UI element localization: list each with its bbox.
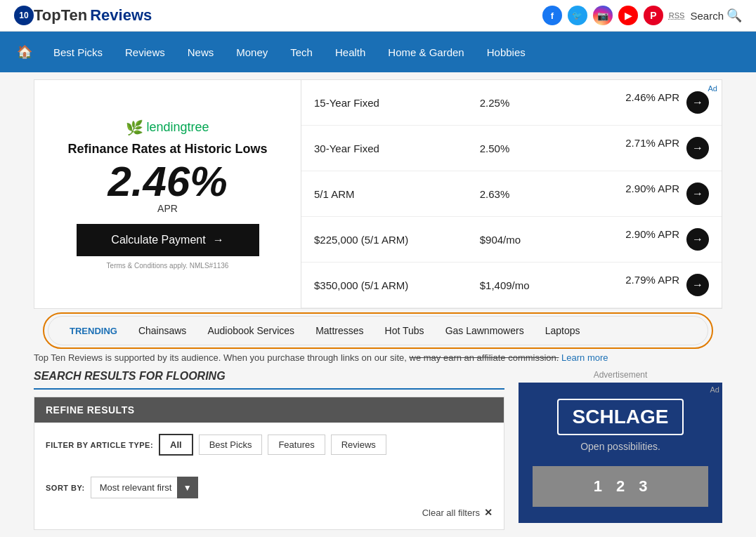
schlage-ad-badge: Ad: [710, 385, 719, 394]
ad-left-panel: 🌿 lendingtree Refinance Rates at Histori…: [34, 80, 301, 308]
ad-badge: Ad: [708, 84, 717, 93]
sort-group: SORT BY: Most relevant first Newest firs…: [46, 477, 198, 498]
sidebar-ad-label: Advertisement: [519, 370, 722, 380]
nav-best-picks[interactable]: Best Picks: [42, 34, 114, 71]
ad-rate: 2.46%: [107, 161, 227, 203]
instagram-icon[interactable]: 📷: [593, 6, 613, 25]
schlage-num-1: 1: [594, 477, 602, 496]
row-rate: 2.63%: [467, 171, 571, 217]
row-arrow[interactable]: →: [686, 183, 709, 205]
calculate-payment-button[interactable]: Calculate Payment →: [77, 224, 259, 256]
leaf-icon: 🌿: [126, 119, 143, 136]
sort-select[interactable]: Most relevant first Newest first Oldest …: [91, 477, 198, 498]
row-rate: $1,409/mo: [467, 263, 571, 308]
lendingtree-logo: 🌿 lendingtree: [126, 119, 209, 136]
row-rate: $904/mo: [467, 217, 571, 263]
trending-bar: TRENDING Chainsaws Audiobook Services Ma…: [48, 316, 708, 345]
schlage-num-3: 3: [639, 477, 647, 496]
sidebar: Advertisement Ad SCHLAGE Open possibilit…: [519, 370, 722, 530]
refine-header: REFINE RESULTS: [34, 397, 504, 423]
trending-laptops[interactable]: Laptops: [545, 325, 580, 336]
trending-mattresses[interactable]: Mattresses: [315, 325, 363, 336]
search-button[interactable]: Search 🔍: [690, 8, 742, 23]
schlage-ad: Ad SCHLAGE Open possibilities. 1 2 3: [519, 383, 722, 523]
table-row: $350,000 (5/1 ARM) $1,409/mo 2.79% APR →: [301, 263, 722, 308]
row-type: $350,000 (5/1 ARM): [301, 263, 467, 308]
filter-row: FILTER BY ARTICLE TYPE: All Best Picks F…: [46, 434, 493, 498]
row-arrow[interactable]: →: [686, 274, 709, 296]
ad-apr: APR: [157, 203, 178, 214]
ad-terms: Terms & Conditions apply. NMLS#1136: [107, 262, 229, 270]
table-row: 5/1 ARM 2.63% 2.90% APR →: [301, 171, 722, 217]
row-type: 5/1 ARM: [301, 171, 467, 217]
refine-body: FILTER BY ARTICLE TYPE: All Best Picks F…: [34, 423, 504, 529]
results-panel: SEARCH RESULTS FOR FLOORING REFINE RESUL…: [34, 370, 504, 530]
logo-area[interactable]: 10 TopTenReviews: [14, 6, 152, 25]
facebook-icon[interactable]: f: [542, 6, 562, 25]
row-rate: 2.50%: [467, 126, 571, 171]
trending-audiobook[interactable]: Audiobook Services: [207, 325, 294, 336]
row-apr: 2.71% APR →: [571, 126, 722, 171]
row-rate: 2.25%: [467, 80, 571, 126]
clear-x-icon: ✕: [484, 507, 493, 518]
ad-rates-table: 15-Year Fixed 2.25% 2.46% APR → 30-Year …: [301, 80, 722, 308]
trending-gaslawnmowers[interactable]: Gas Lawnmowers: [445, 325, 524, 336]
rss-label[interactable]: RSS: [669, 11, 685, 20]
table-row: 30-Year Fixed 2.50% 2.71% APR →: [301, 126, 722, 171]
row-type: 30-Year Fixed: [301, 126, 467, 171]
nav-hobbies[interactable]: Hobbies: [476, 34, 537, 71]
logo-icon: 10: [14, 6, 34, 25]
nav-money[interactable]: Money: [225, 34, 279, 71]
row-apr: 2.90% APR →: [571, 171, 722, 217]
trending-hottubs[interactable]: Hot Tubs: [385, 325, 424, 336]
main-content: SEARCH RESULTS FOR FLOORING REFINE RESUL…: [27, 370, 729, 530]
arrow-right-icon: →: [213, 234, 224, 246]
clear-all-filters[interactable]: Clear all filters ✕: [46, 507, 493, 518]
row-arrow[interactable]: →: [686, 228, 709, 251]
nav-home-garden[interactable]: Home & Garden: [377, 34, 475, 71]
schlage-numbers: 1 2 3: [533, 466, 708, 507]
ad-banner: Ad 🌿 lendingtree Refinance Rates at Hist…: [34, 79, 722, 309]
social-icons-group: f 🐦 📷 ▶ P RSS Search 🔍: [542, 6, 742, 25]
sort-wrapper: Most relevant first Newest first Oldest …: [91, 477, 198, 498]
results-header: SEARCH RESULTS FOR FLOORING: [34, 370, 504, 390]
table-row: $225,000 (5/1 ARM) $904/mo 2.90% APR →: [301, 217, 722, 263]
filter-label: FILTER BY ARTICLE TYPE:: [46, 441, 153, 449]
nav-bar: 🏠 Best Picks Reviews News Money Tech Hea…: [0, 32, 756, 72]
schlage-logo: SCHLAGE: [557, 399, 684, 435]
rates-table: 15-Year Fixed 2.25% 2.46% APR → 30-Year …: [301, 80, 722, 308]
disclosure-text: Top Ten Reviews is supported by its audi…: [27, 352, 729, 363]
nav-health[interactable]: Health: [324, 34, 377, 71]
trending-label: TRENDING: [70, 326, 117, 336]
filter-group: FILTER BY ARTICLE TYPE: All Best Picks F…: [46, 434, 386, 456]
filter-features-button[interactable]: Features: [268, 435, 325, 455]
nav-home-button[interactable]: 🏠: [7, 32, 42, 72]
row-type: $225,000 (5/1 ARM): [301, 217, 467, 263]
sort-label: SORT BY:: [46, 484, 85, 492]
schlage-tagline: Open possibilities.: [580, 441, 660, 452]
nav-tech[interactable]: Tech: [279, 34, 324, 71]
header: 10 TopTenReviews f 🐦 📷 ▶ P RSS Search 🔍: [0, 0, 756, 32]
trending-chainsaws[interactable]: Chainsaws: [138, 325, 186, 336]
row-apr: 2.90% APR →: [571, 217, 722, 263]
search-icon: 🔍: [726, 8, 742, 23]
ad-headline: Refinance Rates at Historic Lows: [67, 142, 267, 157]
filter-all-button[interactable]: All: [159, 434, 193, 456]
nav-news[interactable]: News: [176, 34, 226, 71]
filter-reviews-button[interactable]: Reviews: [331, 435, 386, 455]
row-arrow[interactable]: →: [686, 91, 709, 114]
filter-best-picks-button[interactable]: Best Picks: [199, 435, 263, 455]
twitter-icon[interactable]: 🐦: [568, 6, 587, 25]
table-row: 15-Year Fixed 2.25% 2.46% APR →: [301, 80, 722, 126]
row-apr: 2.79% APR →: [571, 263, 722, 308]
row-type: 15-Year Fixed: [301, 80, 467, 126]
logo-text: TopTenReviews: [34, 6, 152, 25]
search-label: Search: [690, 10, 724, 22]
refine-box: REFINE RESULTS FILTER BY ARTICLE TYPE: A…: [34, 397, 504, 530]
row-arrow[interactable]: →: [686, 137, 709, 159]
nav-reviews[interactable]: Reviews: [114, 34, 176, 71]
youtube-icon[interactable]: ▶: [618, 6, 638, 25]
pinterest-icon[interactable]: P: [644, 6, 663, 25]
row-apr: 2.46% APR →: [571, 80, 722, 126]
learn-more-link[interactable]: Learn more: [561, 352, 608, 363]
